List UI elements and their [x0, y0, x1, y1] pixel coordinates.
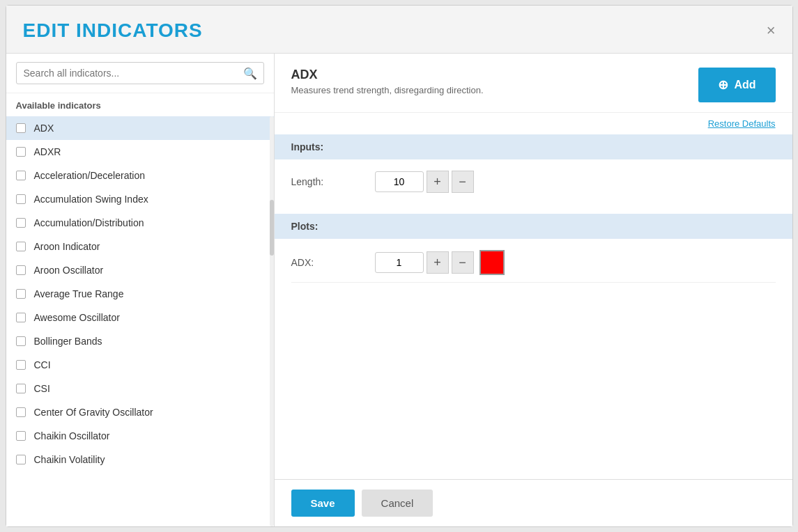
indicator-label-bollinger: Bollinger Bands	[34, 336, 102, 347]
indicator-item-atr[interactable]: Average True Range	[6, 282, 274, 306]
length-decrement-button[interactable]: −	[452, 171, 474, 193]
indicator-item-aroon-osc[interactable]: Aroon Oscillator	[6, 258, 274, 282]
adx-plot-label: ADX:	[291, 257, 375, 268]
close-button[interactable]: ×	[767, 23, 776, 38]
indicator-item-acc-dist[interactable]: Accumulation/Distribution	[6, 211, 274, 235]
adx-plot-row: ADX: + −	[291, 250, 776, 275]
indicator-checkbox-awesome[interactable]	[16, 313, 26, 322]
title-prefix: EDIT	[23, 19, 77, 41]
indicator-checkbox-bollinger[interactable]	[16, 336, 26, 346]
indicator-description: Measures trend strength, disregarding di…	[291, 85, 484, 95]
indicator-label-cog: Center Of Gravity Oscillator	[34, 407, 153, 418]
indicator-list: ADXADXRAcceleration/DecelerationAccumula…	[6, 116, 274, 471]
indicator-checkbox-chaikin-osc[interactable]	[16, 431, 26, 441]
indicator-label-acc-swing: Accumulation Swing Index	[34, 194, 148, 205]
indicator-item-adx[interactable]: ADX	[6, 116, 274, 140]
indicator-label-chaikin-osc: Chaikin Oscillator	[34, 430, 110, 441]
indicator-checkbox-csi[interactable]	[16, 384, 26, 393]
adx-plot-increment-button[interactable]: +	[427, 251, 449, 274]
scrollbar-thumb[interactable]	[270, 200, 274, 256]
left-panel: 🔍 Available indicators ADXADXRAccelerati…	[6, 54, 275, 526]
indicator-list-wrapper: ADXADXRAcceleration/DecelerationAccumula…	[6, 116, 274, 526]
indicator-label-adx: ADX	[34, 123, 54, 134]
add-button[interactable]: ⊕ Add	[698, 68, 775, 102]
indicator-name: ADX	[291, 68, 484, 82]
search-input-wrap: 🔍	[16, 62, 264, 84]
indicator-item-chaikin-vol[interactable]: Chaikin Volatility	[6, 448, 274, 471]
indicator-item-chaikin-osc[interactable]: Chaikin Oscillator	[6, 424, 274, 448]
indicator-checkbox-aroon-osc[interactable]	[16, 265, 26, 275]
add-label: Add	[734, 79, 755, 91]
available-indicators-label: Available indicators	[6, 93, 274, 116]
length-field-row: Length: + −	[291, 171, 776, 193]
indicator-label-awesome: Awesome Oscillator	[34, 312, 120, 323]
edit-indicators-modal: EDIT INDICATORS × 🔍 Available indicators…	[6, 5, 793, 527]
search-input[interactable]	[16, 62, 264, 84]
plots-separator	[291, 282, 776, 283]
indicator-label-csi: CSI	[34, 383, 50, 394]
indicator-item-adxr[interactable]: ADXR	[6, 140, 274, 164]
cancel-button[interactable]: Cancel	[362, 490, 433, 517]
length-input[interactable]	[375, 171, 424, 192]
plots-section: Plots: ADX: + −	[275, 214, 792, 294]
indicator-item-aroon-ind[interactable]: Aroon Indicator	[6, 235, 274, 258]
indicator-checkbox-cog[interactable]	[16, 407, 26, 417]
indicator-checkbox-accel[interactable]	[16, 171, 26, 180]
indicator-label-acc-dist: Accumulation/Distribution	[34, 217, 144, 228]
indicator-label-adxr: ADXR	[34, 146, 61, 157]
plots-section-content: ADX: + −	[275, 239, 792, 294]
indicator-item-acc-swing[interactable]: Accumulation Swing Index	[6, 187, 274, 211]
length-increment-button[interactable]: +	[427, 171, 449, 193]
indicator-item-accel[interactable]: Acceleration/Deceleration	[6, 164, 274, 187]
indicator-checkbox-acc-swing[interactable]	[16, 194, 26, 204]
title-highlight: INDICATORS	[76, 19, 203, 41]
indicator-checkbox-adx[interactable]	[16, 123, 26, 133]
plus-circle-icon: ⊕	[718, 77, 728, 93]
indicator-checkbox-acc-dist[interactable]	[16, 218, 26, 228]
restore-defaults-link[interactable]: Restore Defaults	[275, 113, 792, 134]
save-button[interactable]: Save	[291, 490, 355, 517]
search-bar: 🔍	[6, 54, 274, 93]
indicator-checkbox-cci[interactable]	[16, 360, 26, 370]
indicator-label-chaikin-vol: Chaikin Volatility	[34, 454, 105, 465]
indicator-item-cci[interactable]: CCI	[6, 353, 274, 377]
indicator-info: ADX Measures trend strength, disregardin…	[275, 54, 792, 113]
indicator-label-aroon-ind: Aroon Indicator	[34, 241, 100, 252]
inputs-section-content: Length: + −	[275, 159, 792, 211]
adx-color-swatch[interactable]	[479, 250, 505, 275]
adx-plot-input[interactable]	[375, 252, 424, 273]
indicator-label-accel: Acceleration/Deceleration	[34, 170, 146, 181]
indicator-checkbox-atr[interactable]	[16, 289, 26, 299]
modal-footer: Save Cancel	[275, 479, 792, 526]
modal-header: EDIT INDICATORS ×	[6, 6, 792, 54]
indicator-label-cci: CCI	[34, 359, 51, 370]
indicator-item-cog[interactable]: Center Of Gravity Oscillator	[6, 400, 274, 424]
indicator-details: ADX Measures trend strength, disregardin…	[291, 68, 484, 95]
length-label: Length:	[291, 176, 375, 187]
plots-section-header: Plots:	[275, 214, 792, 239]
right-content: Inputs: Length: + − Plots: ADX:	[275, 134, 792, 479]
indicator-checkbox-adxr[interactable]	[16, 147, 26, 157]
search-icon: 🔍	[243, 67, 257, 80]
scrollbar-track	[270, 116, 274, 526]
indicator-item-csi[interactable]: CSI	[6, 377, 274, 400]
modal-title: EDIT INDICATORS	[23, 19, 203, 42]
indicator-item-awesome[interactable]: Awesome Oscillator	[6, 306, 274, 329]
indicator-item-bollinger[interactable]: Bollinger Bands	[6, 329, 274, 353]
inputs-section-header: Inputs:	[275, 134, 792, 159]
indicator-label-atr: Average True Range	[34, 288, 124, 299]
adx-plot-decrement-button[interactable]: −	[452, 251, 474, 274]
right-panel: ADX Measures trend strength, disregardin…	[275, 54, 792, 526]
indicator-label-aroon-osc: Aroon Oscillator	[34, 265, 104, 276]
indicator-checkbox-chaikin-vol[interactable]	[16, 455, 26, 464]
indicator-checkbox-aroon-ind[interactable]	[16, 242, 26, 251]
modal-body: 🔍 Available indicators ADXADXRAccelerati…	[6, 54, 792, 526]
